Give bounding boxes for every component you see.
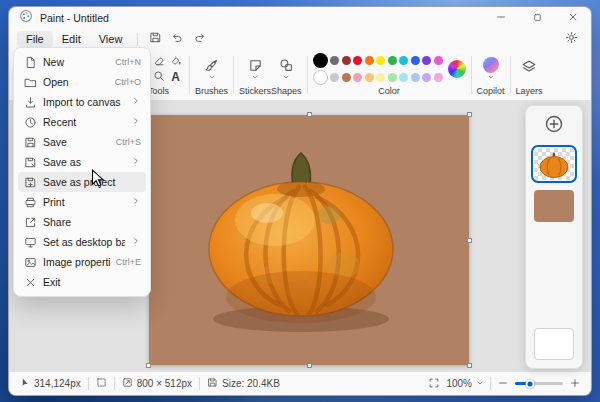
menu-item-shortcut: Ctrl+E	[116, 257, 141, 267]
palette-swatch[interactable]	[353, 73, 362, 82]
undo-button[interactable]	[166, 30, 188, 48]
file-menu-item-image-properties[interactable]: Image propertiesCtrl+E	[18, 252, 146, 272]
file-menu-item-print[interactable]: Print	[18, 192, 146, 212]
resize-handle[interactable]	[467, 363, 472, 368]
resize-handle[interactable]	[146, 363, 151, 368]
zoom-slider[interactable]	[515, 382, 563, 385]
zoom-in-button[interactable]	[569, 377, 581, 391]
layer-thumbnail-pumpkin[interactable]	[534, 148, 574, 180]
magnifier-tool-button[interactable]	[153, 68, 165, 86]
settings-button[interactable]	[559, 30, 583, 48]
file-menu-item-new[interactable]: NewCtrl+N	[18, 52, 146, 72]
text-tool-button[interactable]: A	[171, 70, 180, 84]
resize-handle[interactable]	[307, 363, 312, 368]
fit-to-screen-button[interactable]	[428, 377, 440, 391]
chevron-right-icon	[131, 116, 141, 128]
file-menu-item-save[interactable]: SaveCtrl+S	[18, 132, 146, 152]
palette-swatch[interactable]	[422, 56, 431, 65]
copilot-button[interactable]	[483, 57, 499, 81]
menu-bar: File Edit View	[9, 29, 591, 49]
zoom-slider-thumb[interactable]	[526, 379, 535, 388]
storage-icon	[207, 377, 218, 390]
layer-pumpkin-preview	[534, 148, 574, 180]
palette-swatch[interactable]	[330, 73, 339, 82]
redo-button[interactable]	[188, 30, 210, 48]
minimize-icon	[495, 9, 507, 27]
palette-swatch[interactable]	[330, 56, 339, 65]
minimize-button[interactable]	[483, 7, 519, 29]
add-layer-button[interactable]	[544, 114, 564, 138]
maximize-button[interactable]	[519, 7, 555, 29]
color2-swatch[interactable]	[313, 70, 328, 85]
shapes-button[interactable]	[279, 58, 294, 81]
file-menu-item-save-as-project[interactable]: Save as project	[18, 172, 146, 192]
background-layer-thumbnail[interactable]	[534, 328, 574, 360]
layers-button[interactable]	[521, 59, 537, 79]
chevron-down-icon	[251, 73, 259, 81]
color-grid	[313, 53, 443, 85]
palette-swatch[interactable]	[411, 73, 420, 82]
chevron-down-icon	[208, 73, 216, 81]
resize-handle[interactable]	[467, 112, 472, 117]
menu-item-shortcut: Ctrl+S	[116, 137, 141, 147]
layer-thumbnail-background-color[interactable]	[534, 190, 574, 222]
color1-swatch[interactable]	[313, 53, 328, 68]
menu-edit[interactable]: Edit	[53, 31, 90, 47]
title-bar[interactable]: Paint - Untitled	[9, 7, 591, 29]
drawing-canvas[interactable]	[149, 115, 469, 365]
pumpkin-painting	[149, 115, 469, 365]
file-menu-item-set-as-desktop-background[interactable]: Set as desktop background	[18, 232, 146, 252]
zoom-level-dropdown[interactable]: 100%	[446, 378, 484, 389]
redo-icon	[193, 30, 206, 48]
palette-swatch[interactable]	[411, 56, 420, 65]
save-button[interactable]	[144, 30, 166, 48]
menu-file[interactable]: File	[17, 31, 53, 47]
sticker-icon	[248, 58, 263, 73]
doc-icon	[23, 56, 37, 69]
palette-swatch[interactable]	[434, 73, 443, 82]
palette-swatch[interactable]	[376, 73, 385, 82]
palette-swatch[interactable]	[376, 56, 385, 65]
file-menu-item-import-to-canvas[interactable]: Import to canvas	[18, 92, 146, 112]
file-menu-item-save-as[interactable]: Save as	[18, 152, 146, 172]
palette-swatch[interactable]	[342, 56, 351, 65]
palette-swatch[interactable]	[353, 56, 362, 65]
palette-swatch[interactable]	[388, 73, 397, 82]
menu-item-label: Set as desktop background	[43, 236, 125, 248]
copilot-group: Copilot	[477, 52, 505, 98]
palette-swatch[interactable]	[399, 73, 408, 82]
brushes-button[interactable]	[204, 58, 219, 81]
palette-swatch[interactable]	[365, 73, 374, 82]
palette-swatch[interactable]	[434, 56, 443, 65]
chevron-right-icon	[131, 236, 141, 248]
zoom-out-button[interactable]	[497, 377, 509, 391]
palette-swatch[interactable]	[388, 56, 397, 65]
chevron-down-icon	[476, 378, 484, 389]
statusbar-separator	[199, 377, 200, 390]
edit-colors-button[interactable]	[448, 60, 466, 78]
file-menu-item-share[interactable]: Share	[18, 212, 146, 232]
file-menu-item-exit[interactable]: Exit	[18, 272, 146, 292]
monitor-icon	[23, 236, 37, 249]
menu-item-shortcut: Ctrl+O	[115, 77, 141, 87]
resize-handle[interactable]	[307, 112, 312, 117]
statusbar-separator	[88, 377, 89, 390]
stickers-group-label: Stickers	[239, 86, 271, 98]
palette-swatch[interactable]	[365, 56, 374, 65]
menu-item-label: Exit	[43, 276, 135, 288]
close-button[interactable]	[555, 7, 591, 29]
stickers-button[interactable]	[248, 58, 263, 81]
status-bar: 314,124px 800 × 512px Size: 20.4KB 100%	[9, 371, 591, 395]
file-menu-item-open[interactable]: OpenCtrl+O	[18, 72, 146, 92]
canvas-size[interactable]: 800 × 512px	[122, 377, 192, 390]
menu-item-label: Image properties	[43, 256, 110, 268]
palette-swatch[interactable]	[422, 73, 431, 82]
palette-swatch[interactable]	[399, 56, 408, 65]
file-menu-item-recent[interactable]: Recent	[18, 112, 146, 132]
layers-group-label: Layers	[516, 86, 543, 98]
chevron-down-icon	[282, 73, 290, 81]
menu-view[interactable]: View	[90, 31, 132, 47]
resize-handle[interactable]	[467, 238, 472, 243]
palette-swatch[interactable]	[342, 73, 351, 82]
fill-tool-button[interactable]	[170, 53, 182, 71]
